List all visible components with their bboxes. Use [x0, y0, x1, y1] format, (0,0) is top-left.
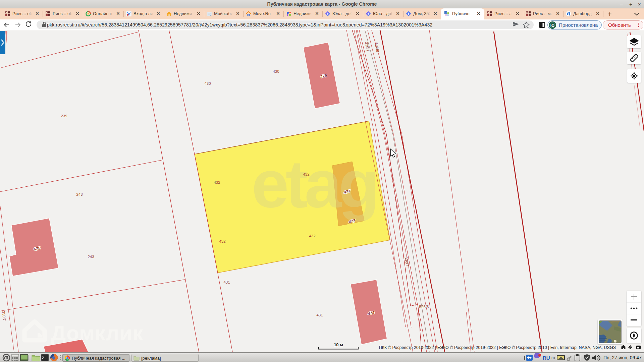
- svg-text:ПКК © Росреестр 2010-2022 | ЕЭ: ПКК © Росреестр 2010-2022 | ЕЭКО © Росре…: [379, 345, 616, 350]
- svg-text:432: 432: [303, 172, 309, 176]
- svg-text:etag: etag: [252, 146, 376, 222]
- svg-text:432: 432: [309, 234, 315, 238]
- svg-text:432: 432: [219, 239, 225, 243]
- svg-text:ru: ru: [551, 356, 555, 360]
- svg-text:431: 431: [223, 280, 230, 284]
- svg-text:430: 430: [273, 69, 279, 73]
- svg-text:432: 432: [214, 180, 220, 184]
- svg-text:431: 431: [316, 313, 323, 317]
- svg-text:RU: RU: [543, 355, 550, 361]
- svg-text:Домклик: Домклик: [51, 321, 143, 345]
- svg-text:430: 430: [204, 81, 211, 85]
- svg-text:Ю: Ю: [550, 23, 554, 28]
- svg-text:10 м: 10 м: [334, 342, 343, 347]
- svg-text:243: 243: [76, 192, 83, 196]
- svg-text:239: 239: [61, 114, 67, 118]
- svg-text:526/3: 526/3: [419, 305, 429, 309]
- svg-text:Пн, 27 июн, 09:47: Пн, 27 июн, 09:47: [603, 355, 642, 360]
- svg-text:243: 243: [88, 255, 94, 259]
